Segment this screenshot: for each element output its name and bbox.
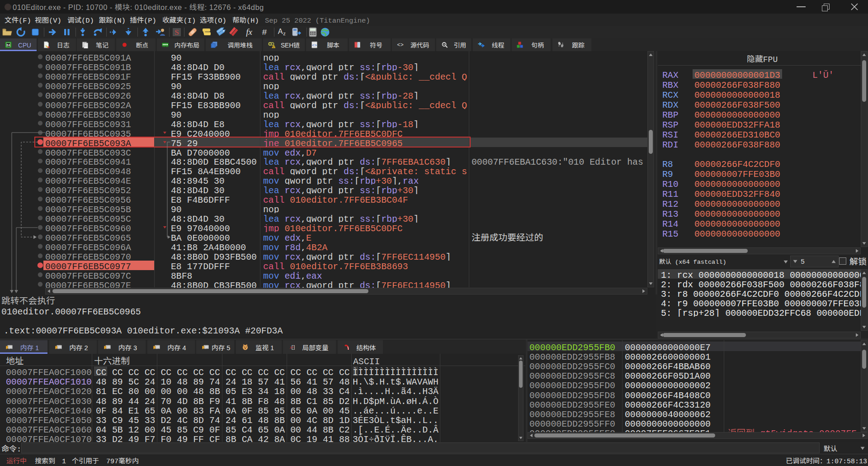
svg-text:fx: fx [246, 27, 252, 37]
svg-text:A: A [278, 28, 283, 35]
svg-text:<>: <> [312, 43, 317, 48]
svg-text:<>: <> [397, 42, 403, 48]
svg-text:z: z [283, 31, 286, 36]
svg-text:!: ! [274, 46, 274, 48]
svg-text:]: ] [292, 345, 295, 350]
svg-text:#: # [262, 28, 267, 38]
